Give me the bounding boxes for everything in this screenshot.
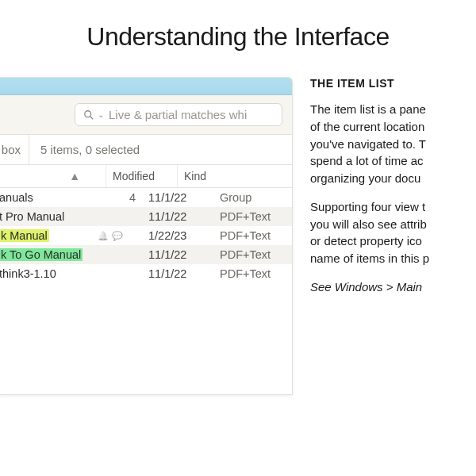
svg-line-1	[90, 116, 94, 119]
col-header-name[interactable]: ▲	[0, 165, 86, 187]
table-row[interactable]: t Pro Manual11/1/22PDF+Text	[0, 207, 292, 226]
col-header-kind[interactable]: Kind	[177, 165, 292, 187]
table-row[interactable]: anuals411/1/22Group	[0, 188, 292, 207]
item-modified: 11/1/22	[142, 248, 213, 261]
window-titlebar	[0, 78, 292, 95]
app-window: ⌄ Live & partial matches whi box 5 items…	[0, 77, 293, 395]
item-modified: 11/1/22	[142, 210, 213, 223]
toolbar: ⌄ Live & partial matches whi	[0, 95, 292, 134]
item-name: think3-1.10	[0, 267, 86, 280]
comment-icon: 💬	[112, 231, 123, 241]
col-header-modified[interactable]: Modified	[106, 165, 177, 187]
search-placeholder: Live & partial matches whi	[109, 108, 247, 121]
description-see-also: See Windows > Main	[310, 278, 469, 296]
item-count: 4	[123, 191, 142, 204]
description-para-1: The item list is a paneof the current lo…	[310, 101, 469, 187]
table-row[interactable]: think3-1.1011/1/22PDF+Text	[0, 264, 292, 283]
item-list: anuals411/1/22Groupt Pro Manual11/1/22PD…	[0, 188, 292, 394]
item-name: k Manual	[0, 229, 86, 242]
item-kind: Group	[213, 191, 292, 204]
search-input[interactable]: ⌄ Live & partial matches whi	[75, 103, 282, 126]
item-kind: PDF+Text	[213, 267, 292, 280]
sort-ascending-icon: ▲	[69, 170, 80, 182]
svg-point-0	[85, 110, 91, 117]
item-kind: PDF+Text	[213, 210, 292, 223]
col-header-count[interactable]	[86, 165, 106, 187]
chevron-down-icon: ⌄	[98, 110, 104, 119]
path-bar: box 5 items, 0 selected	[0, 134, 292, 165]
item-name: k To Go Manual	[0, 248, 86, 261]
location-label[interactable]: box	[0, 135, 29, 164]
item-modified: 1/22/23	[142, 229, 213, 242]
bell-icon: 🔔	[98, 231, 109, 241]
column-headers: ▲ Modified Kind	[0, 165, 292, 188]
description-panel: THE ITEM LIST The item list is a paneof …	[293, 77, 475, 395]
description-para-2: Supporting four view tyou will also see …	[310, 198, 469, 267]
item-modified: 11/1/22	[142, 191, 213, 204]
item-modified: 11/1/22	[142, 267, 213, 280]
item-name: t Pro Manual	[0, 210, 86, 223]
content-area: ⌄ Live & partial matches whi box 5 items…	[0, 77, 476, 395]
item-kind: PDF+Text	[213, 248, 292, 261]
search-icon	[83, 109, 94, 121]
selection-summary: 5 items, 0 selected	[29, 135, 151, 164]
item-kind: PDF+Text	[213, 229, 292, 242]
item-status-icons: 🔔💬	[86, 231, 123, 241]
table-row[interactable]: k Manual🔔💬1/22/23PDF+Text	[0, 226, 292, 245]
item-name: anuals	[0, 191, 86, 204]
description-heading: THE ITEM LIST	[310, 77, 469, 90]
table-row[interactable]: k To Go Manual11/1/22PDF+Text	[0, 245, 292, 264]
page-title: Understanding the Interface	[0, 0, 476, 77]
